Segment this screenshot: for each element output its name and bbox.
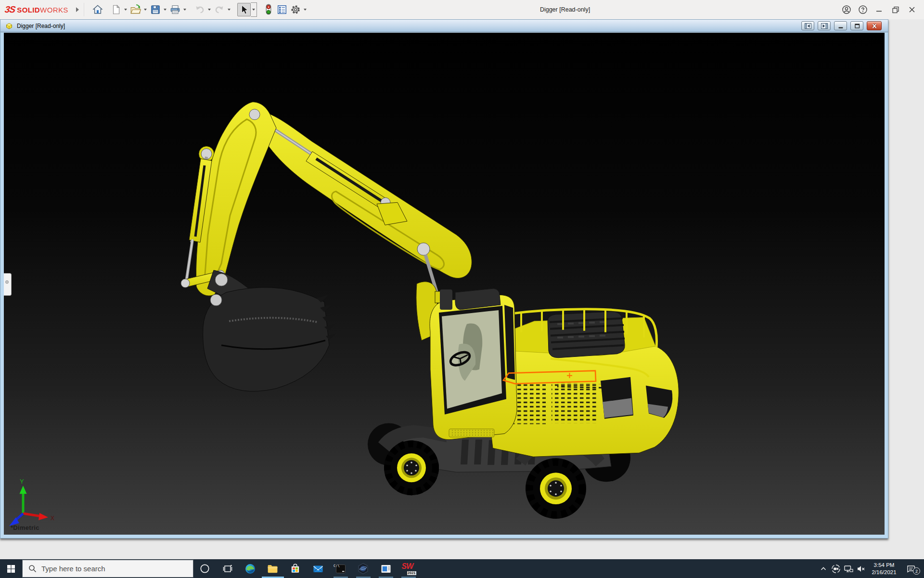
toolbar-select-group: [237, 2, 257, 17]
meet-now-button[interactable]: [830, 559, 842, 578]
document-window-controls: [801, 21, 882, 30]
graphics-viewport[interactable]: Y X *Dimetric: [4, 33, 885, 535]
notification-badge: 2: [913, 567, 920, 575]
new-document-icon: [111, 4, 121, 15]
new-document-dropdown[interactable]: [123, 3, 129, 16]
home-button[interactable]: [91, 3, 104, 16]
save-icon: [150, 4, 161, 15]
network-button[interactable]: [842, 559, 855, 578]
doc-restore-button[interactable]: [850, 21, 863, 30]
rebuild-button[interactable]: [262, 3, 275, 16]
select-dropdown[interactable]: [251, 2, 257, 17]
cortana-icon: [200, 564, 210, 574]
select-cursor-icon: [239, 4, 249, 15]
settings-gear-icon: [290, 4, 301, 15]
document-titlebar[interactable]: Digger [Read-only]: [0, 20, 888, 32]
toolbar-flyout-chevron-icon[interactable]: [76, 7, 79, 12]
pane-right-button[interactable]: [818, 21, 831, 30]
close-icon: [908, 5, 916, 14]
feature-manager-flyout-tab[interactable]: [4, 273, 12, 296]
pane-right-icon: [820, 23, 829, 29]
save-button[interactable]: [149, 3, 162, 16]
system-tray: 3:54 PM 2/16/2021 2: [817, 559, 924, 578]
front-wheel: [384, 440, 439, 495]
edge-button[interactable]: [239, 559, 261, 578]
minimize-icon: [837, 23, 845, 29]
tray-chevron-button[interactable]: [817, 559, 830, 578]
print-button[interactable]: [168, 3, 182, 16]
app-title: Digger [Read-only]: [540, 0, 590, 19]
settings-button[interactable]: [289, 3, 302, 16]
solidworks-2021-icon: SW 2021: [402, 563, 415, 575]
pane-left-icon: [804, 23, 812, 29]
undo-button[interactable]: [193, 3, 206, 16]
3dexperience-icon: [357, 563, 369, 575]
close-icon: [871, 23, 878, 29]
store-button[interactable]: [284, 559, 307, 578]
taskbar-search[interactable]: [22, 560, 193, 578]
document-window: Digger [Read-only]: [0, 19, 888, 539]
restore-icon: [853, 23, 861, 29]
new-document-button[interactable]: [109, 3, 123, 16]
view-orientation-label: *Dimetric: [11, 524, 39, 531]
search-input[interactable]: [41, 565, 181, 573]
solidworks-button[interactable]: SW 2021: [397, 559, 420, 578]
task-view-icon: [222, 564, 233, 574]
toolbar-tools-group: [262, 3, 308, 16]
undo-dropdown[interactable]: [206, 3, 213, 16]
open-button[interactable]: [129, 3, 142, 16]
task-view-button[interactable]: [216, 559, 239, 578]
flyout-handle-dot: [5, 280, 9, 284]
edge-icon: [244, 563, 256, 575]
toolbar-separator: [84, 3, 84, 16]
3dexperience-button[interactable]: [352, 559, 374, 578]
mail-button[interactable]: [307, 559, 329, 578]
clock-date: 2/16/2021: [867, 569, 901, 576]
redo-button[interactable]: [213, 3, 226, 16]
brand-works: WORKS: [40, 6, 68, 14]
toolbar-undo-group: [193, 3, 232, 16]
windows-taskbar: C:\ SW 2021 3:54 PM 2/16/2021: [0, 559, 924, 578]
minimize-button[interactable]: [871, 0, 887, 19]
home-icon: [92, 4, 103, 15]
part-document-icon: [5, 22, 13, 30]
file-explorer-icon: [267, 563, 279, 575]
volume-button[interactable]: [855, 559, 867, 578]
command-prompt-button[interactable]: C:\: [329, 559, 352, 578]
triad-y-label: Y: [20, 478, 24, 485]
open-dropdown[interactable]: [142, 3, 149, 16]
app-window-controls: [838, 0, 920, 19]
save-dropdown[interactable]: [162, 3, 168, 16]
print-dropdown[interactable]: [182, 3, 188, 16]
minimize-icon: [875, 5, 884, 14]
document-title: Digger [Read-only]: [17, 23, 65, 29]
doc-close-button[interactable]: [867, 21, 882, 30]
start-button[interactable]: [0, 559, 22, 578]
pane-left-button[interactable]: [801, 21, 814, 30]
close-button[interactable]: [904, 0, 920, 19]
rear-wheel: [526, 458, 586, 519]
viewport-canvas[interactable]: Y X: [4, 33, 885, 535]
account-button[interactable]: [838, 0, 855, 19]
store-icon: [290, 563, 301, 574]
help-icon: [858, 5, 868, 14]
file-explorer-button[interactable]: [261, 559, 284, 578]
triad-x-label: X: [51, 515, 54, 522]
display-options-button[interactable]: [275, 3, 289, 16]
select-button[interactable]: [237, 3, 251, 16]
redo-dropdown[interactable]: [226, 3, 232, 16]
cmd-glyph: C:\: [334, 564, 340, 568]
help-button[interactable]: [855, 0, 871, 19]
settings-dropdown[interactable]: [302, 3, 308, 16]
solidworks-logo: 3S SOLID WORKS: [5, 4, 68, 15]
app-window-icon: [380, 563, 392, 575]
action-center-button[interactable]: 2: [901, 559, 921, 578]
rebuild-traffic-light-icon: [264, 4, 273, 15]
app-window-button[interactable]: [374, 559, 397, 578]
clock[interactable]: 3:54 PM 2/16/2021: [867, 562, 901, 576]
doc-minimize-button[interactable]: [834, 21, 847, 30]
undo-icon: [194, 4, 205, 15]
restore-icon: [891, 5, 900, 14]
cortana-button[interactable]: [193, 559, 216, 578]
restore-button[interactable]: [887, 0, 904, 19]
